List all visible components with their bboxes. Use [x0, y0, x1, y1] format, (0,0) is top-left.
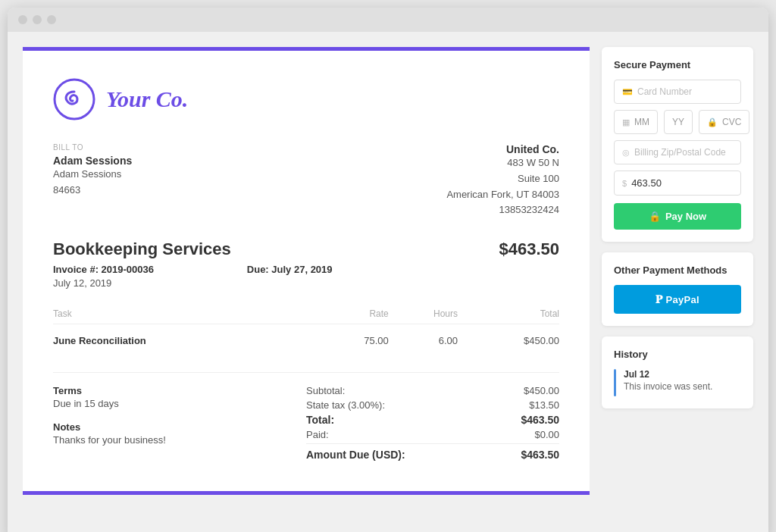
- amount-due-value: $463.50: [521, 449, 559, 461]
- subtotal-value: $450.00: [524, 385, 559, 396]
- cvc-placeholder: CVC: [722, 117, 741, 127]
- total-row: Total: $463.50: [306, 414, 559, 426]
- bill-section: BILL TO Adam Sessions Adam Sessions 8466…: [53, 143, 559, 218]
- footer-right: Subtotal: $450.00 State tax (3.00%): $13…: [306, 385, 559, 464]
- logo-icon: [53, 78, 95, 120]
- invoice-number-label: Invoice #:: [53, 264, 99, 275]
- company-name: United Co.: [446, 143, 559, 155]
- other-payment-card: Other Payment Methods 𝐏 PayPal: [602, 252, 753, 326]
- history-item: Jul 12 This invoice was sent.: [614, 369, 741, 396]
- bill-left: BILL TO Adam Sessions Adam Sessions 8466…: [53, 143, 132, 218]
- history-date: Jul 12: [624, 369, 712, 380]
- company-address3: American Fork, UT 84003: [446, 187, 559, 203]
- cell-task: June Reconciliation: [53, 324, 318, 358]
- yy-field[interactable]: YY: [664, 110, 693, 134]
- dollar-icon: $: [622, 179, 627, 188]
- invoice-title-row: Bookkeeping Services $463.50: [53, 239, 559, 259]
- paypal-button[interactable]: 𝐏 PayPal: [614, 285, 741, 314]
- history-bar: [614, 369, 616, 396]
- right-panel: Secure Payment 💳 Card Number ▦ MM YY 🔒: [602, 47, 753, 495]
- history-description: This invoice was sent.: [624, 381, 712, 392]
- service-title: Bookkeeping Services: [53, 239, 231, 259]
- invoice-panel: Your Co. BILL TO Adam Sessions Adam Sess…: [23, 47, 590, 495]
- notes-value: Thanks for your business!: [53, 434, 306, 446]
- maximize-button[interactable]: [47, 15, 56, 24]
- svg-point-0: [55, 80, 94, 119]
- cvc-field[interactable]: 🔒 CVC: [699, 110, 749, 134]
- paid-value: $0.00: [534, 429, 559, 440]
- subtotal-row: Subtotal: $450.00: [306, 385, 559, 396]
- card-number-placeholder: Card Number: [637, 86, 692, 97]
- invoice-footer: Terms Due in 15 days Notes Thanks for yo…: [53, 372, 559, 464]
- card-expiry-row: ▦ MM YY 🔒 CVC: [614, 110, 741, 134]
- footer-left: Terms Due in 15 days Notes Thanks for yo…: [53, 385, 306, 464]
- col-total: Total: [458, 304, 559, 324]
- invoice-number: 2019-00036: [102, 264, 154, 275]
- pay-now-button[interactable]: 🔒 Pay Now: [614, 203, 741, 230]
- bill-to-label: BILL TO: [53, 143, 132, 152]
- secure-payment-card: Secure Payment 💳 Card Number ▦ MM YY 🔒: [602, 47, 753, 242]
- invoice-header: Your Co.: [53, 78, 559, 120]
- bill-address-line2: 84663: [53, 183, 132, 199]
- titlebar: [8, 8, 768, 32]
- zip-placeholder: Billing Zip/Postal Code: [634, 147, 726, 158]
- notes-label: Notes: [53, 421, 306, 433]
- paypal-icon: 𝐏: [656, 293, 662, 306]
- payment-amount: 463.50: [631, 177, 662, 189]
- subtotal-label: Subtotal:: [306, 385, 345, 396]
- paid-row: Paid: $0.00: [306, 429, 559, 440]
- company-address2: Suite 100: [446, 171, 559, 187]
- paid-label: Paid:: [306, 429, 329, 440]
- bill-address-line1: Adam Sessions: [53, 167, 132, 183]
- tax-value: $13.50: [529, 399, 559, 411]
- bill-right: United Co. 483 W 50 N Suite 100 American…: [446, 143, 559, 218]
- amount-due-row: Amount Due (USD): $463.50: [306, 443, 559, 461]
- col-task: Task: [53, 304, 318, 324]
- credit-card-icon: 💳: [622, 87, 633, 97]
- terms-value: Due in 15 days: [53, 398, 306, 409]
- secure-payment-title: Secure Payment: [614, 59, 741, 70]
- pay-now-label: Pay Now: [665, 211, 706, 222]
- invoice-meta: Invoice #: 2019-00036 Due: July 27, 2019: [53, 264, 559, 275]
- zip-field[interactable]: ◎ Billing Zip/Postal Code: [614, 140, 741, 164]
- other-payment-title: Other Payment Methods: [614, 264, 741, 276]
- total-value: $463.50: [521, 414, 559, 426]
- yy-placeholder: YY: [672, 117, 684, 127]
- history-content: Jul 12 This invoice was sent.: [624, 369, 712, 392]
- col-hours: Hours: [389, 304, 458, 324]
- total-label: Total:: [306, 414, 334, 426]
- invoice-date: July 12, 2019: [53, 277, 559, 289]
- close-button[interactable]: [18, 15, 27, 24]
- lock-icon: 🔒: [707, 117, 718, 127]
- due-label: Due:: [247, 264, 269, 275]
- due-date: July 27, 2019: [271, 264, 332, 275]
- bill-name: Adam Sessions: [53, 155, 132, 167]
- cell-total: $450.00: [458, 324, 559, 358]
- location-icon: ◎: [622, 148, 630, 158]
- invoice-amount-large: $463.50: [499, 239, 559, 259]
- table-row: June Reconciliation 75.00 6.00 $450.00: [53, 324, 559, 358]
- company-phone: 13853232424: [446, 202, 559, 218]
- paypal-label: PayPal: [665, 294, 699, 305]
- amount-field[interactable]: $ 463.50: [614, 171, 741, 196]
- card-number-field[interactable]: 💳 Card Number: [614, 80, 741, 104]
- app-window: Your Co. BILL TO Adam Sessions Adam Sess…: [8, 8, 768, 532]
- company-address1: 483 W 50 N: [446, 155, 559, 171]
- terms-label: Terms: [53, 385, 306, 396]
- invoice-table: Task Rate Hours Total June Reconciliatio…: [53, 304, 559, 357]
- logo-text: Your Co.: [106, 86, 188, 112]
- mm-placeholder: MM: [634, 117, 649, 127]
- tax-row: State tax (3.00%): $13.50: [306, 399, 559, 411]
- lock-icon: 🔒: [649, 211, 661, 222]
- mm-field[interactable]: ▦ MM: [614, 110, 658, 134]
- col-rate: Rate: [318, 304, 389, 324]
- tax-label: State tax (3.00%):: [306, 399, 385, 411]
- amount-due-label: Amount Due (USD):: [306, 449, 405, 461]
- calendar-icon: ▦: [622, 117, 630, 127]
- window-content: Your Co. BILL TO Adam Sessions Adam Sess…: [8, 32, 768, 510]
- history-card: History Jul 12 This invoice was sent.: [602, 336, 753, 408]
- cell-rate: 75.00: [318, 324, 389, 358]
- minimize-button[interactable]: [33, 15, 42, 24]
- cell-hours: 6.00: [389, 324, 458, 358]
- history-title: History: [614, 349, 741, 360]
